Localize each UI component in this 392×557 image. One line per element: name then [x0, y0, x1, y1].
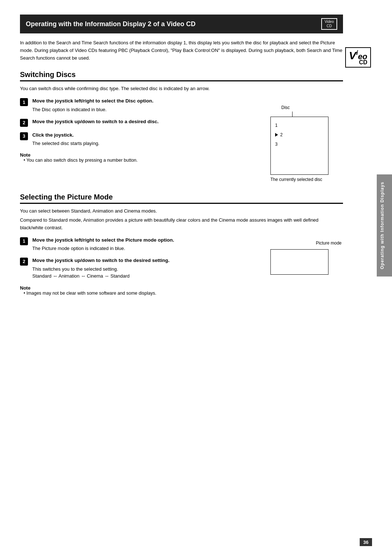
step-1: 1 Move the joystick left/right to select… — [20, 98, 263, 113]
step-1-title: Move the joystick left/right to select t… — [32, 98, 154, 105]
picture-step-2-number: 2 — [20, 258, 28, 266]
intro-paragraph: In addition to the Search and Time Searc… — [20, 39, 343, 62]
picture-steps-col: 1 Move the joystick left/right to select… — [20, 237, 270, 296]
picture-step-2-desc-line2: Standard ↔ Animation ↔ Cinema ↔ Standard — [32, 273, 170, 280]
step-3: 3 Click the joystick. The selected disc … — [20, 132, 263, 147]
picture-step-2-content: Move the joystick up/down to switch to t… — [32, 257, 170, 280]
picture-mode-section: Selecting the Picture Mode You can selec… — [20, 193, 343, 296]
picture-diagram-col: Picture mode — [270, 237, 343, 296]
badge-video: Video — [324, 20, 334, 24]
page-number: 36 — [360, 538, 372, 546]
picture-note-list: Images may not be clear with some softwa… — [20, 291, 263, 296]
badge-cd: CD — [324, 24, 334, 28]
picture-step-2: 2 Move the joystick up/down to switch to… — [20, 257, 263, 280]
switching-discs-heading: Switching Discs — [20, 70, 343, 81]
video-cd-badge: Video CD — [321, 18, 337, 30]
picture-mode-desc2: Compared to Standard mode, Animation pro… — [20, 217, 343, 232]
disc-label-top: Disc — [281, 105, 343, 110]
step-2: 2 Move the joystick up/down to switch to… — [20, 118, 263, 127]
switching-discs-section: Switching Discs You can switch discs whi… — [20, 70, 343, 182]
picture-note-label: Note — [20, 285, 263, 291]
step-2-content: Move the joystick up/down to switch to a… — [32, 118, 159, 127]
step-2-title: Move the joystick up/down to switch to a… — [32, 118, 159, 125]
disc-num-1: 1 — [275, 123, 278, 128]
disc-num-3: 3 — [275, 142, 278, 147]
disc-row-2: 2 — [275, 132, 324, 137]
step-3-content: Click the joystick. The selected disc st… — [32, 132, 99, 147]
step-3-title: Click the joystick. — [32, 132, 99, 139]
disc-diagram-container: Disc 1 2 — [270, 105, 343, 182]
picture-mode-heading: Selecting the Picture Mode — [20, 193, 343, 204]
side-tab-text: Operating with Information Displays — [380, 182, 385, 269]
disc-line — [292, 112, 343, 117]
page-title: Operating with the Information Display 2… — [26, 20, 196, 28]
switching-note-item-0: You can also switch discs by pressing a … — [24, 158, 263, 163]
page-container: Operating with Information Displays Vieo… — [0, 0, 392, 557]
switching-diagram-col: Disc 1 2 — [270, 98, 343, 182]
step-3-desc: The selected disc starts playing. — [32, 140, 99, 147]
step-3-number: 3 — [20, 132, 28, 140]
switching-note: Note You can also switch discs by pressi… — [20, 152, 263, 163]
picture-step-2-title: Move the joystick up/down to switch to t… — [32, 257, 170, 264]
picture-diagram-container: Picture mode — [270, 241, 343, 275]
switching-steps-row: 1 Move the joystick left/right to select… — [20, 98, 343, 182]
video-cd-side-logo: Vieo CD — [345, 47, 371, 68]
picture-steps-row: 1 Move the joystick left/right to select… — [20, 237, 343, 296]
picture-note-item-0: Images may not be clear with some softwa… — [24, 291, 263, 296]
switching-note-list: You can also switch discs by pressing a … — [20, 158, 263, 163]
disc-num-2: 2 — [280, 132, 283, 137]
step-1-number: 1 — [20, 98, 28, 106]
main-content: Operating with the Information Display 2… — [20, 15, 372, 296]
disc-selected-label: The currently selected disc — [270, 177, 343, 182]
picture-note: Note Images may not be clear with some s… — [20, 285, 263, 296]
picture-step-1-desc: The Picture mode option is indicated in … — [32, 245, 174, 252]
switching-discs-desc: You can switch discs while confirming di… — [20, 85, 343, 93]
disc-row-1: 1 — [275, 123, 324, 128]
picture-step-1-content: Move the joystick left/right to select t… — [32, 237, 174, 252]
picture-step-1-number: 1 — [20, 237, 28, 245]
picture-step-1-title: Move the joystick left/right to select t… — [32, 237, 174, 244]
picture-mode-desc1: You can select between Standard, Animati… — [20, 207, 343, 215]
switching-steps-col: 1 Move the joystick left/right to select… — [20, 98, 270, 182]
picture-step-1: 1 Move the joystick left/right to select… — [20, 237, 263, 252]
step-2-number: 2 — [20, 119, 28, 127]
picture-step-2-desc-line1: This switches you to the selected settin… — [32, 266, 170, 273]
picture-box — [270, 249, 328, 275]
step-1-content: Move the joystick left/right to select t… — [32, 98, 154, 113]
page-header: Operating with the Information Display 2… — [20, 15, 343, 33]
vi-text: V — [349, 49, 356, 61]
disc-row-3: 3 — [275, 142, 324, 147]
disc-arrow-2 — [275, 133, 278, 137]
switching-note-label: Note — [20, 152, 263, 158]
side-tab: Operating with Information Displays — [377, 174, 392, 277]
disc-box: 1 2 3 — [270, 117, 328, 175]
picture-mode-label-top: Picture mode — [270, 241, 343, 246]
step-1-desc: The Disc option is indicated in blue. — [32, 106, 154, 113]
